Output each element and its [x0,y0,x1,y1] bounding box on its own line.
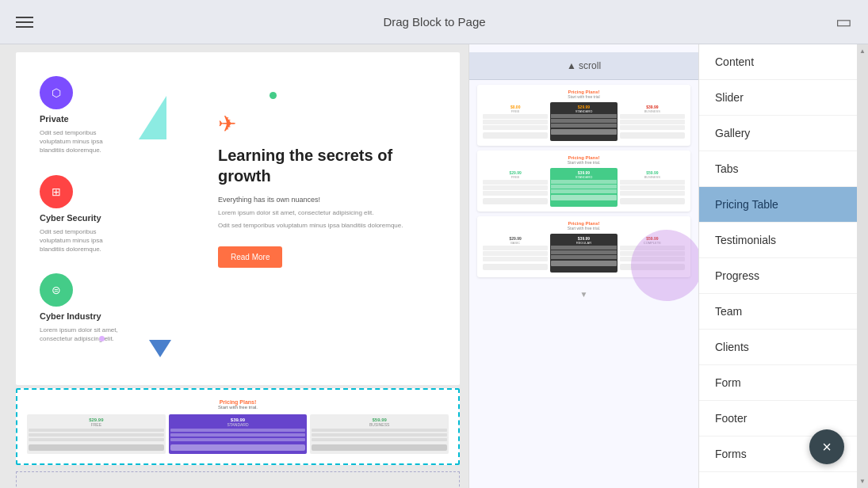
thumb3-col-complete: $59.99 COMPLETE [619,234,686,273]
close-icon: × [822,438,832,456]
canvas-area: ⬡ Private Odit sed temporibus voluptatum… [0,44,468,488]
pricing-thumb-2-header: Pricing Plans! Start with free trial. [482,155,686,165]
thumb3-col-basic: $29.99 BASIC [482,234,549,273]
sidebar-item-slider[interactable]: Slider [699,80,857,116]
body-text-2: Odit sed temporibus voluptatum minus ips… [218,221,444,231]
main-heading: Learning the secrets of growth [218,145,444,186]
cyber-industry-icon: ⊜ [40,273,73,307]
sidebar-item-testimonials[interactable]: Testimonials [699,223,857,258]
private-title: Private [40,114,69,124]
top-bar: Drag Block to Page ▭ [0,0,868,44]
read-more-button[interactable]: Read More [218,246,282,268]
sidebar-item-gallery[interactable]: Gallery [699,116,857,151]
tagline-text: Everything has its own nuances! [218,196,444,204]
content-column: ✈ Learning the secrets of growth Everyth… [194,76,444,268]
cyber-security-text: Odit sed temporibus voluptatum minus ips… [40,227,127,254]
scroll-down-hint: ▼ [469,282,698,307]
sidebar-item-pricing-table[interactable]: Pricing Table [699,187,857,223]
bottom-drop-zone[interactable] [16,471,460,488]
pricing-thumb-3[interactable]: Pricing Plans! Start with free trial. $2… [477,216,690,277]
cyber-security-card: ⊞ Cyber Security Odit sed temporibus vol… [32,175,182,254]
scroll-arrows-panel: ▲ ▼ [857,44,868,488]
sidebar-item-clients[interactable]: Clients [699,330,857,365]
green-dot-decor [270,92,277,99]
cyber-industry-text: Lorem ipsum dolor sit amet, consectetur … [40,326,127,343]
sidebar-item-tabs[interactable]: Tabs [699,151,857,187]
pricing-thumb-2-grid: $29.99 FREE $39.99 STANDARD $59.99 BUSIN… [482,168,686,207]
pricing-thumb-1-grid: $0.00 FREE $29.99 STANDARD $39.99 BUSINE… [482,102,686,141]
pricing-thumb-1-header: Pricing Plans! Start with free trial [482,90,686,99]
cyber-industry-title: Cyber Industry [40,311,101,321]
sidebar-item-team[interactable]: Team [699,294,857,330]
canvas-scroll[interactable]: ⬡ Private Odit sed temporibus voluptatum… [0,44,468,488]
pricing-thumb-3-header: Pricing Plans! Start with free trial. [482,221,686,231]
pricing-selected-block[interactable]: Pricing Plans! Start with free trial. $2… [16,388,460,465]
scroll-down-arrow[interactable]: ▼ [859,478,866,485]
thumb2-col-standard: $39.99 STANDARD [550,168,617,207]
paper-plane-icon: ✈ [218,111,444,137]
sidebar-item-content[interactable]: Content [699,44,857,80]
cyber-security-title: Cyber Security [40,213,101,223]
cards-block: ⬡ Private Odit sed temporibus voluptatum… [16,52,460,385]
cyber-industry-card: ⊜ Cyber Industry Lorem ipsum dolor sit a… [32,273,182,343]
thumb3-col-regular: $39.99 REGULAR [550,234,617,273]
sidebar-item-progress[interactable]: Progress [699,258,857,294]
drag-header: ▲ scroll [469,52,698,80]
mini-pricing-title-area: Pricing Plans! Start with free trial. [27,399,449,410]
thumb1-col-free: $0.00 FREE [482,102,549,141]
mobile-preview-icon[interactable]: ▭ [835,12,852,32]
thumb1-col-standard: $29.99 STANDARD [550,102,617,141]
mini-pricing-cols: $29.99 FREE $39.99 STANDARD [27,414,449,454]
thumb1-col-business: $39.99 BUSINESS [619,102,686,141]
mini-col-business: $59.99 BUSINESS [310,414,449,454]
top-bar-title: Drag Block to Page [49,15,820,29]
right-sidebar: ContentSliderGalleryTabsPricing TableTes… [698,44,857,488]
teal-triangle-decor [139,96,166,139]
right-preview-panel: ▲ scroll Pricing Plans! Start with free … [468,44,698,488]
mini-col-free: $29.99 FREE [27,414,166,454]
mini-col-standard: $39.99 STANDARD [169,414,308,454]
private-icon: ⬡ [40,76,73,109]
blue-triangle-decor [149,340,171,357]
body-text-1: Lorem ipsum dolor sit amet, consectetur … [218,208,444,218]
main-area: ⬡ Private Odit sed temporibus voluptatum… [0,44,868,488]
pricing-thumb-3-grid: $29.99 BASIC $39.99 REGULAR $59.99 COMPL… [482,234,686,273]
scroll-up-arrow[interactable]: ▲ [859,48,866,55]
sidebar-items-container: ContentSliderGalleryTabsPricing TableTes… [699,44,857,472]
private-text: Odit sed temporibus voluptatum minus ips… [40,128,127,155]
pricing-thumb-1[interactable]: Pricing Plans! Start with free trial $0.… [477,85,690,146]
pricing-thumb-2[interactable]: Pricing Plans! Start with free trial. $2… [477,151,690,212]
cyber-security-icon: ⊞ [40,175,73,208]
hamburger-menu[interactable] [16,17,33,28]
sidebar-item-form[interactable]: Form [699,365,857,401]
thumb2-col-business: $59.99 BUSINESS [619,168,686,207]
thumb2-col-free: $29.99 FREE [482,168,549,207]
pink-dot-decor [99,336,105,341]
close-button[interactable]: × [809,429,844,464]
